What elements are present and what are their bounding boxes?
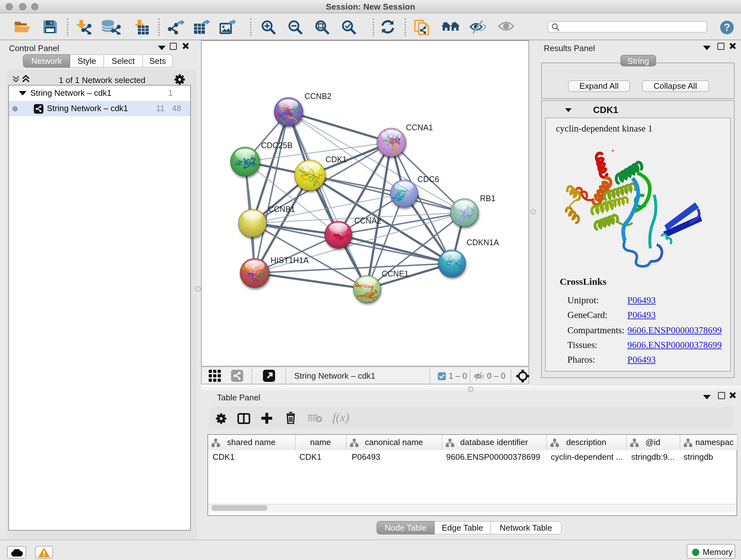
svg-text:CCNE1: CCNE1 (382, 269, 409, 278)
svg-text:CDK1: CDK1 (326, 155, 347, 164)
svg-text:?: ? (724, 21, 730, 33)
svg-text:CDKN1A: CDKN1A (467, 238, 499, 247)
svg-text:CDC25B: CDC25B (261, 141, 293, 150)
svg-text:CCNA2: CCNA2 (354, 216, 381, 225)
svg-text:HIST1H1A: HIST1H1A (271, 256, 309, 265)
svg-text:RB1: RB1 (480, 194, 495, 203)
svg-text:CCNB1: CCNB1 (268, 205, 295, 213)
svg-text:CCNA1: CCNA1 (406, 123, 433, 132)
svg-text:CCNB2: CCNB2 (305, 91, 332, 101)
svg-text:CDC6: CDC6 (417, 175, 439, 184)
